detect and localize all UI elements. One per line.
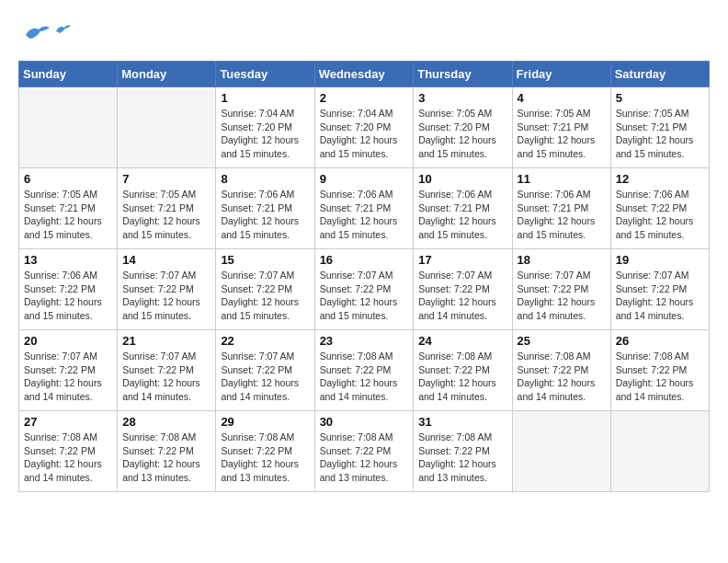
calendar-cell: 5Sunrise: 7:05 AM Sunset: 7:21 PM Daylig… — [610, 87, 709, 168]
calendar-cell: 27Sunrise: 7:08 AM Sunset: 7:22 PM Dayli… — [19, 411, 118, 492]
day-number: 12 — [616, 172, 704, 186]
calendar-cell: 11Sunrise: 7:06 AM Sunset: 7:21 PM Dayli… — [512, 168, 610, 249]
day-info: Sunrise: 7:06 AM Sunset: 7:22 PM Dayligh… — [616, 188, 704, 242]
day-number: 24 — [418, 334, 506, 348]
logo-bird-icon — [54, 23, 71, 40]
day-number: 5 — [616, 91, 704, 105]
day-info: Sunrise: 7:08 AM Sunset: 7:22 PM Dayligh… — [616, 350, 704, 404]
logo-icon — [18, 18, 51, 52]
header-friday: Friday — [512, 62, 610, 87]
calendar-cell: 3Sunrise: 7:05 AM Sunset: 7:20 PM Daylig… — [414, 87, 512, 168]
calendar-cell: 2Sunrise: 7:04 AM Sunset: 7:20 PM Daylig… — [314, 87, 414, 168]
day-number: 19 — [616, 253, 704, 267]
day-info: Sunrise: 7:07 AM Sunset: 7:22 PM Dayligh… — [518, 269, 606, 323]
calendar-table: Sunday Monday Tuesday Wednesday Thursday… — [18, 61, 710, 492]
day-number: 13 — [24, 253, 112, 267]
day-number: 7 — [122, 172, 210, 186]
calendar-cell: 4Sunrise: 7:05 AM Sunset: 7:21 PM Daylig… — [512, 87, 610, 168]
header-saturday: Saturday — [610, 62, 709, 87]
week-row-1: 1Sunrise: 7:04 AM Sunset: 7:20 PM Daylig… — [19, 87, 710, 168]
day-number: 23 — [320, 334, 409, 348]
day-info: Sunrise: 7:05 AM Sunset: 7:21 PM Dayligh… — [122, 188, 210, 242]
calendar-cell: 10Sunrise: 7:06 AM Sunset: 7:21 PM Dayli… — [414, 168, 512, 249]
day-info: Sunrise: 7:08 AM Sunset: 7:22 PM Dayligh… — [320, 431, 409, 485]
day-number: 26 — [616, 334, 704, 348]
day-info: Sunrise: 7:05 AM Sunset: 7:21 PM Dayligh… — [24, 188, 112, 242]
day-number: 30 — [320, 415, 409, 429]
day-info: Sunrise: 7:08 AM Sunset: 7:22 PM Dayligh… — [418, 431, 506, 485]
calendar-cell: 21Sunrise: 7:07 AM Sunset: 7:22 PM Dayli… — [118, 330, 216, 411]
calendar-cell: 8Sunrise: 7:06 AM Sunset: 7:21 PM Daylig… — [216, 168, 314, 249]
day-info: Sunrise: 7:08 AM Sunset: 7:22 PM Dayligh… — [221, 431, 309, 485]
day-info: Sunrise: 7:06 AM Sunset: 7:22 PM Dayligh… — [24, 269, 112, 323]
calendar-cell: 18Sunrise: 7:07 AM Sunset: 7:22 PM Dayli… — [512, 249, 610, 330]
calendar-cell: 7Sunrise: 7:05 AM Sunset: 7:21 PM Daylig… — [118, 168, 216, 249]
day-info: Sunrise: 7:06 AM Sunset: 7:21 PM Dayligh… — [320, 188, 409, 242]
day-info: Sunrise: 7:04 AM Sunset: 7:20 PM Dayligh… — [320, 107, 409, 161]
day-info: Sunrise: 7:05 AM Sunset: 7:21 PM Dayligh… — [616, 107, 704, 161]
calendar-cell: 14Sunrise: 7:07 AM Sunset: 7:22 PM Dayli… — [118, 249, 216, 330]
day-info: Sunrise: 7:07 AM Sunset: 7:22 PM Dayligh… — [418, 269, 506, 323]
day-number: 31 — [418, 415, 506, 429]
header-sunday: Sunday — [19, 62, 118, 87]
weekday-header-row: Sunday Monday Tuesday Wednesday Thursday… — [19, 62, 710, 87]
page-header — [18, 18, 710, 52]
day-number: 18 — [518, 253, 606, 267]
day-number: 6 — [24, 172, 112, 186]
calendar-cell: 28Sunrise: 7:08 AM Sunset: 7:22 PM Dayli… — [118, 411, 216, 492]
day-info: Sunrise: 7:07 AM Sunset: 7:22 PM Dayligh… — [221, 269, 309, 323]
day-info: Sunrise: 7:07 AM Sunset: 7:22 PM Dayligh… — [122, 269, 210, 323]
calendar-cell — [610, 411, 709, 492]
calendar-cell: 22Sunrise: 7:07 AM Sunset: 7:22 PM Dayli… — [216, 330, 314, 411]
calendar-cell: 12Sunrise: 7:06 AM Sunset: 7:22 PM Dayli… — [610, 168, 709, 249]
calendar-cell: 31Sunrise: 7:08 AM Sunset: 7:22 PM Dayli… — [414, 411, 512, 492]
day-info: Sunrise: 7:08 AM Sunset: 7:22 PM Dayligh… — [418, 350, 506, 404]
day-info: Sunrise: 7:05 AM Sunset: 7:21 PM Dayligh… — [518, 107, 606, 161]
calendar-cell: 1Sunrise: 7:04 AM Sunset: 7:20 PM Daylig… — [216, 87, 314, 168]
day-number: 10 — [418, 172, 506, 186]
calendar-cell: 15Sunrise: 7:07 AM Sunset: 7:22 PM Dayli… — [216, 249, 314, 330]
day-number: 20 — [24, 334, 112, 348]
day-info: Sunrise: 7:07 AM Sunset: 7:22 PM Dayligh… — [221, 350, 309, 404]
day-number: 11 — [518, 172, 606, 186]
header-monday: Monday — [118, 62, 216, 87]
day-number: 16 — [320, 253, 409, 267]
day-info: Sunrise: 7:08 AM Sunset: 7:22 PM Dayligh… — [320, 350, 409, 404]
calendar-cell: 20Sunrise: 7:07 AM Sunset: 7:22 PM Dayli… — [19, 330, 118, 411]
calendar-cell: 26Sunrise: 7:08 AM Sunset: 7:22 PM Dayli… — [610, 330, 709, 411]
calendar-cell: 6Sunrise: 7:05 AM Sunset: 7:21 PM Daylig… — [19, 168, 118, 249]
header-thursday: Thursday — [414, 62, 512, 87]
calendar-cell: 24Sunrise: 7:08 AM Sunset: 7:22 PM Dayli… — [414, 330, 512, 411]
day-info: Sunrise: 7:05 AM Sunset: 7:20 PM Dayligh… — [418, 107, 506, 161]
calendar-cell: 23Sunrise: 7:08 AM Sunset: 7:22 PM Dayli… — [314, 330, 414, 411]
header-tuesday: Tuesday — [216, 62, 314, 87]
day-number: 25 — [518, 334, 606, 348]
day-info: Sunrise: 7:07 AM Sunset: 7:22 PM Dayligh… — [24, 350, 112, 404]
day-info: Sunrise: 7:07 AM Sunset: 7:22 PM Dayligh… — [320, 269, 409, 323]
logo — [18, 18, 71, 52]
day-number: 14 — [122, 253, 210, 267]
calendar-cell — [19, 87, 118, 168]
day-number: 28 — [122, 415, 210, 429]
day-number: 17 — [418, 253, 506, 267]
day-number: 29 — [221, 415, 309, 429]
day-number: 22 — [221, 334, 309, 348]
week-row-4: 20Sunrise: 7:07 AM Sunset: 7:22 PM Dayli… — [19, 330, 710, 411]
day-info: Sunrise: 7:07 AM Sunset: 7:22 PM Dayligh… — [122, 350, 210, 404]
day-number: 1 — [221, 91, 309, 105]
day-number: 4 — [518, 91, 606, 105]
day-number: 3 — [418, 91, 506, 105]
day-info: Sunrise: 7:06 AM Sunset: 7:21 PM Dayligh… — [518, 188, 606, 242]
calendar-cell: 16Sunrise: 7:07 AM Sunset: 7:22 PM Dayli… — [314, 249, 414, 330]
calendar-cell — [118, 87, 216, 168]
day-number: 21 — [122, 334, 210, 348]
week-row-5: 27Sunrise: 7:08 AM Sunset: 7:22 PM Dayli… — [19, 411, 710, 492]
day-info: Sunrise: 7:08 AM Sunset: 7:22 PM Dayligh… — [518, 350, 606, 404]
day-number: 9 — [320, 172, 409, 186]
calendar-cell: 30Sunrise: 7:08 AM Sunset: 7:22 PM Dayli… — [314, 411, 414, 492]
day-info: Sunrise: 7:04 AM Sunset: 7:20 PM Dayligh… — [221, 107, 309, 161]
day-number: 2 — [320, 91, 409, 105]
calendar-cell: 19Sunrise: 7:07 AM Sunset: 7:22 PM Dayli… — [610, 249, 709, 330]
day-info: Sunrise: 7:07 AM Sunset: 7:22 PM Dayligh… — [616, 269, 704, 323]
day-info: Sunrise: 7:08 AM Sunset: 7:22 PM Dayligh… — [24, 431, 112, 485]
